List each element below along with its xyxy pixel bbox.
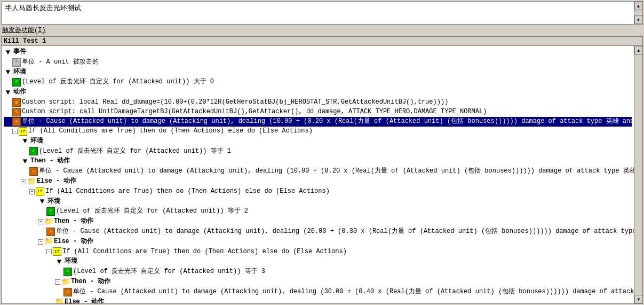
then3-label: Then - 动作 [71,277,110,287]
then2-action-icon: ⚔ [46,228,55,236]
else2-row: - 📁 Else - 动作 [4,237,632,247]
main-scroll-down[interactable]: ▼ [634,295,642,303]
if3-icon: If [53,247,61,256]
condition-item-row[interactable]: ✓ (Level of 反击光环 自定义 for (Attacked unit)… [4,77,632,87]
then1-action-icon: ⚔ [29,167,38,176]
if2-row[interactable]: - If If (All Conditions are True) then d… [4,187,632,197]
scroll-up-btn[interactable]: ▲ [634,2,643,10]
then3-action-icon: ⚔ [63,288,72,296]
else1-folder-icon: 📁 [27,177,36,186]
then3-action-text: 单位 - Cause (Attacked unit) to damage (At… [73,288,634,296]
if1-text: If (All Conditions are True) then do (Th… [28,127,313,136]
then2-folder-icon: 📁 [44,217,53,226]
script1-icon: S [12,98,21,107]
event-item-text: 单位 - A unit 被攻击的 [22,58,99,67]
else2-label: Else - 动作 [54,237,93,247]
else2-folder-icon: 📁 [44,238,53,246]
if2-icon: If [36,187,44,196]
else1-label: Else - 动作 [37,177,76,186]
title-section: 半人马酋长反击光环测试 ▲ ▼ [1,1,643,25]
then1-row: ▼ Then - 动作 [4,156,632,167]
if1-cond-text: (Level of 反击光环 自定义 for (Attacked unit)) … [39,147,231,156]
toolbar: 触发器功能(I) [0,25,644,36]
if2-env-label: 环境 [47,197,60,207]
then3-row: - 📁 Then - 动作 [4,277,632,287]
if3-env-folder-icon: ▼ [55,257,63,266]
else3-label: Else - 动作 [65,298,104,303]
if3-text: If (All Conditions are True) then do (Th… [62,248,347,256]
if2-collapse-btn[interactable]: - [29,189,35,194]
then1-action-text: 单位 - Cause (Attacked unit) to damage (At… [39,167,634,176]
then2-row: - 📁 Then - 动作 [4,216,632,227]
script2-icon: S [12,108,21,116]
condition-icon: ✓ [12,78,21,87]
condition-label: 环境 [13,68,26,77]
action-label: 动作 [13,88,26,97]
script1-text: Custom script: local Real dd_damage=(10.… [22,98,448,107]
else2-collapse-btn[interactable]: - [38,239,43,245]
if2-cond-text: (Level of 反击光环 自定义 for (Attacked unit)) … [56,207,248,216]
then2-action-text: 单位 - Cause (Attacked unit) to damage (At… [56,228,634,236]
main-scrollbar[interactable]: ▲ ▼ [634,46,642,303]
main-scroll-track[interactable] [634,54,642,295]
then1-folder-icon: ▼ [21,157,29,166]
if2-text: If (All Conditions are True) then do (Th… [45,187,330,196]
if2-cond-row[interactable]: ✓ (Level of 反击光环 自定义 for (Attacked unit)… [4,207,632,216]
title-text: 半人马酋长反击光环测试 [2,2,642,15]
if1-icon: If [19,127,27,136]
condition-folder-icon: ▼ [4,68,12,76]
event-folder-icon: ▼ [4,48,12,57]
event-item-row[interactable]: ⚡ 单位 - A unit 被攻击的 [4,58,632,67]
if1-env-label: 环境 [30,137,43,146]
if1-cond-icon: ✓ [29,147,38,155]
scroll-down-btn[interactable]: ▼ [634,15,643,24]
section-action: ▼ 动作 [4,87,632,98]
if2-cond-icon: ✓ [46,207,55,216]
if1-row[interactable]: - If If (All Conditions are True) then d… [4,127,632,136]
if1-collapse-btn[interactable]: - [12,129,18,134]
section-condition: ▼ 环境 [4,67,632,78]
event-icon: ⚡ [12,58,21,67]
then3-collapse-btn[interactable]: - [55,279,60,285]
main-content: Kill Test 1 ▼ 事件 ⚡ 单位 - A unit 被攻击的 ▼ 环境 [1,36,643,304]
tree-area: ▼ 事件 ⚡ 单位 - A unit 被攻击的 ▼ 环境 ✓ (Level of… [2,46,634,303]
if3-env-row: ▼ 环境 [4,256,632,267]
scroll-thumb[interactable] [635,10,642,15]
else3-folder-icon: 📁 [55,298,63,303]
then1-action-row[interactable]: ⚔ 单位 - Cause (Attacked unit) to damage (… [4,167,632,176]
trigger-content: ▼ 事件 ⚡ 单位 - A unit 被攻击的 ▼ 环境 ✓ (Level of… [2,46,642,303]
then3-folder-icon: 📁 [61,278,70,286]
if3-collapse-btn[interactable]: - [46,249,52,254]
then2-action-row[interactable]: ⚔ 单位 - Cause (Attacked unit) to damage (… [4,227,632,237]
then2-label: Then - 动作 [54,217,93,226]
main-action-icon: ⚔ [12,118,21,126]
if1-cond-row[interactable]: ✓ (Level of 反击光环 自定义 for (Attacked unit)… [4,146,632,156]
if3-cond-icon: ✓ [63,268,72,276]
title-scrollbar[interactable]: ▲ ▼ [634,2,642,24]
then3-action-row[interactable]: ⚔ 单位 - Cause (Attacked unit) to damage (… [4,287,632,297]
if3-cond-row[interactable]: ✓ (Level of 反击光环 自定义 for (Attacked unit)… [4,267,632,277]
main-action-row[interactable]: ⚔ 单位 - Cause (Attacked unit) to damage (… [4,117,632,127]
then1-label: Then - 动作 [30,157,70,166]
then2-collapse-btn[interactable]: - [38,219,43,224]
if1-env-row: ▼ 环境 [4,136,632,147]
script1-row[interactable]: S Custom script: local Real dd_damage=(1… [4,98,632,107]
action-folder-icon: ▼ [4,88,12,97]
if1-env-folder-icon: ▼ [21,137,29,146]
event-label: 事件 [13,48,26,57]
else3-row: 📁 Else - 动作 [4,297,632,303]
main-scroll-up[interactable]: ▲ [634,46,642,54]
toolbar-label[interactable]: 触发器功能(I) [2,26,46,35]
main-window: 半人马酋长反击光环测试 ▲ ▼ 触发器功能(I) Kill Test 1 ▼ 事… [0,0,644,305]
if3-env-label: 环境 [65,257,77,267]
else1-row: - 📁 Else - 动作 [4,176,632,187]
script2-text: Custom script: call UnitDamageTargetBJ(G… [22,108,487,116]
section-event: ▼ 事件 [4,47,632,58]
if3-row[interactable]: - If If (All Conditions are True) then d… [4,247,632,256]
else1-collapse-btn[interactable]: - [21,179,26,184]
script2-row[interactable]: S Custom script: call UnitDamageTargetBJ… [4,107,632,117]
trigger-title: Kill Test 1 [2,37,642,46]
if2-env-folder-icon: ▼ [38,197,46,206]
main-action-text: 单位 - Cause (Attacked unit) to damage (At… [22,118,634,126]
if3-cond-text: (Level of 反击光环 自定义 for (Attacked unit)) … [73,268,265,276]
